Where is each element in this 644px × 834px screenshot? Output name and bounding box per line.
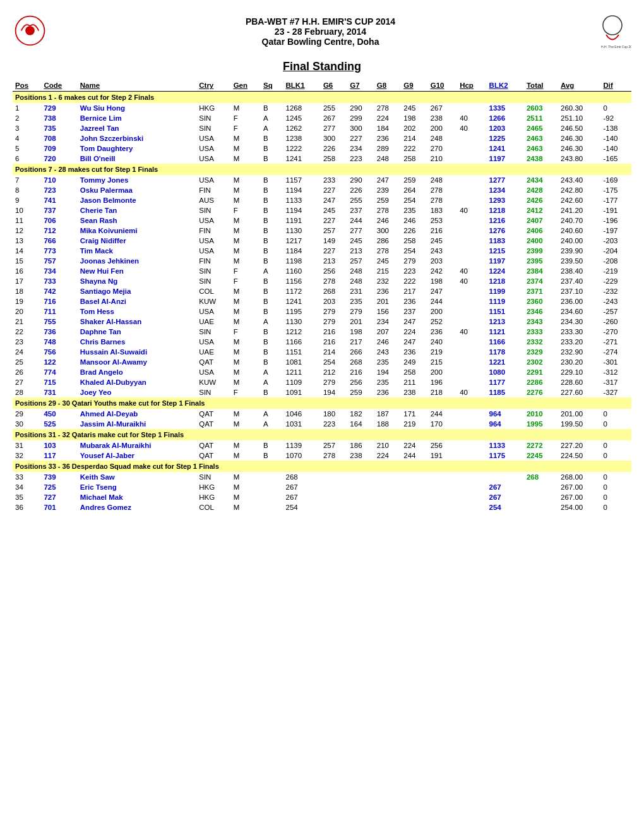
table-row: 22736Daphne TanSINFB12122161982072242364…: [13, 327, 631, 337]
col-avg: Avg: [558, 80, 600, 92]
col-sq: Sq: [261, 80, 283, 92]
table-row: 28731Joey YeoSINFB1091194259236238218401…: [13, 387, 631, 397]
page-title-section: Final Standing: [13, 60, 631, 73]
header-text: PBA-WBT #7 H.H. EMIR'S CUP 2014 23 - 28 …: [47, 16, 593, 47]
table-row: 23748Chris BarnesUSAMB116621621724624724…: [13, 337, 631, 347]
table-row: 7710Tommy JonesUSAMB11572332902472592481…: [13, 175, 631, 185]
table-row: 16734New Hui FenSINFA1160256248215223242…: [13, 266, 631, 276]
table-row: 17733Shayna NgSINFB115627824823222219840…: [13, 276, 631, 286]
table-row: 31103Mubarak Al-MuraikhiQATMB11392571862…: [13, 440, 631, 450]
col-code: Code: [41, 80, 77, 92]
col-total: Total: [524, 80, 558, 92]
col-g8: G8: [374, 80, 401, 92]
table-row: 20711Tom HessUSAMB1195279279156237200115…: [13, 306, 631, 317]
table-row: 15757Joonas JehkinenFINMB119821325724527…: [13, 256, 631, 266]
table-row: 35727Michael MakHKGM267267267.000: [13, 492, 631, 502]
section-header-row: Positions 1 - 6 makes cut for Step 2 Fin…: [13, 92, 631, 104]
page-header: PBA-WBT #7 H.H. EMIR'S CUP 2014 23 - 28 …: [13, 13, 631, 51]
table-row: 30525Jassim Al-MuraikhiQATMA103122316418…: [13, 419, 631, 429]
svg-point-2: [603, 16, 622, 35]
table-row: 11706Sean RashUSAMB119122724424624625312…: [13, 215, 631, 226]
table-row: 6720Bill O'neillUSAMB1241258223248258210…: [13, 154, 631, 164]
table-row: 27715Khaled Al-DubyyanKUWMA1109279256235…: [13, 377, 631, 387]
table-row: 4708John SzczerbinskiUSAMB12383002272362…: [13, 133, 631, 143]
section-header-row: Positions 31 - 32 Qataris make cut for S…: [13, 429, 631, 440]
col-g7: G7: [347, 80, 374, 92]
col-blk1: BLK1: [283, 80, 321, 92]
left-logo: [13, 13, 47, 50]
table-row: 10737Cherie TanSINFB11942452372782351834…: [13, 205, 631, 215]
table-row: 5709Tom DaughteryUSAMB122222623428922227…: [13, 143, 631, 154]
table-row: 32117Yousef Al-JaberQATMB107027823822424…: [13, 450, 631, 461]
table-row: 26774Brad AngeloUSAMA1211212216194258200…: [13, 367, 631, 377]
table-row: 21755Shaker Al-HassanUAEMA11302792012342…: [13, 317, 631, 327]
table-row: 8723Osku PalermaaFINMB119422722623926427…: [13, 185, 631, 195]
table-row: 2738Bernice LimSINFA12452672992241982384…: [13, 113, 631, 123]
col-ctry: Ctry: [196, 80, 230, 92]
standings-table: Pos Code Name Ctry Gen Sq BLK1 G6 G7 G8 …: [13, 80, 631, 512]
section-header-row: Positions 33 - 36 Desperdao Squad make c…: [13, 461, 631, 472]
title-line1: PBA-WBT #7 H.H. EMIR'S CUP 2014: [47, 16, 593, 27]
title-line3: Qatar Bowling Centre, Doha: [47, 37, 593, 47]
table-row: 12712Mika KoivuniemiFINMB113025727730022…: [13, 226, 631, 236]
svg-point-1: [25, 26, 35, 35]
table-row: 14773Tim MackUSAMB1184227213278254243121…: [13, 246, 631, 256]
table-row: 19716Basel Al-AnziKUWMB12412032352012362…: [13, 296, 631, 306]
table-row: 1729Wu Siu HongHKGMB12682552902782452671…: [13, 103, 631, 113]
section-header-row: Positions 7 - 28 makes cut for Step 1 Fi…: [13, 164, 631, 175]
table-row: 33739Keith SawSINM268268268.000: [13, 472, 631, 482]
col-g10: G10: [428, 80, 457, 92]
title-line2: 23 - 28 February, 2014: [47, 27, 593, 37]
col-pos: Pos: [13, 80, 41, 92]
table-row: 3735Jazreel TanSINFA12622773001842022004…: [13, 123, 631, 133]
col-hcp: Hcp: [457, 80, 486, 92]
col-g9: G9: [401, 80, 427, 92]
svg-text:H.H. The Emir Cup 2014: H.H. The Emir Cup 2014: [601, 45, 631, 49]
table-row: 36701Andres GomezCOLM254254254.000: [13, 502, 631, 512]
table-row: 25122Mansoor Al-AwamyQATMB10812542682352…: [13, 357, 631, 367]
col-gen: Gen: [231, 80, 261, 92]
table-row: 34725Eric TsengHKGM267267267.000: [13, 482, 631, 492]
col-blk2: BLK2: [487, 80, 524, 92]
page-title: Final Standing: [13, 60, 631, 73]
col-g6: G6: [321, 80, 347, 92]
col-dif: Dif: [600, 80, 631, 92]
table-row: 29450Ahmed Al-DeyabQATMA1046180182187171…: [13, 409, 631, 419]
col-name: Name: [78, 80, 196, 92]
table-row: 18742Santiago MejiaCOLMB1172268231236217…: [13, 286, 631, 296]
table-row: 13766Craig NidifferUSAMB1217149245286258…: [13, 236, 631, 246]
table-row: 24756Hussain Al-SuwaidiUAEMB115121426624…: [13, 347, 631, 357]
right-logo: H.H. The Emir Cup 2014: [593, 13, 631, 51]
table-row: 9741Jason BelmonteAUSMB11332472552592542…: [13, 195, 631, 205]
section-header-row: Positions 29 - 30 Qatari Youths make cut…: [13, 397, 631, 409]
